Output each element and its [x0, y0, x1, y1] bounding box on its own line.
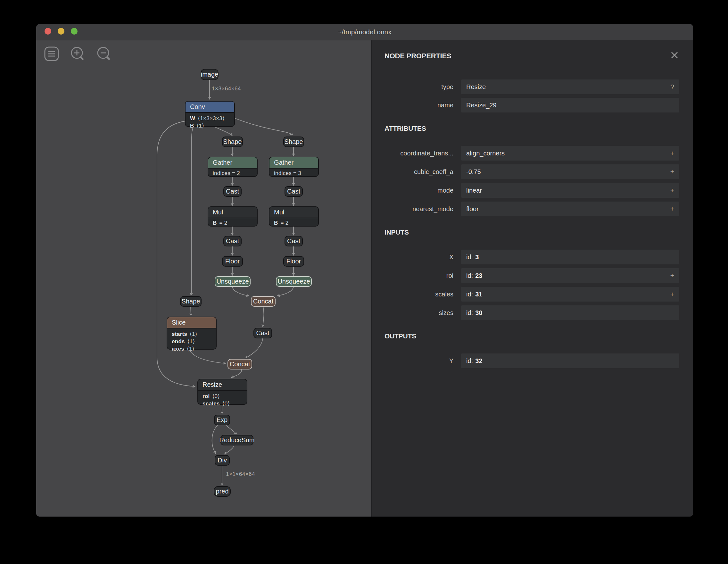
- expand-plus-icon[interactable]: +: [670, 149, 674, 157]
- attribute-row: mode linear +: [385, 183, 679, 198]
- zoom-in-icon[interactable]: [70, 46, 86, 62]
- zoom-out-icon[interactable]: [96, 46, 112, 62]
- titlebar[interactable]: ~/tmp/model.onnx: [36, 24, 693, 40]
- graph-canvas[interactable]: 1×3×64×64 1×1×64×64 image Conv W⟨1×3×3×3…: [36, 40, 372, 517]
- name-row: name Resize_29: [385, 98, 679, 112]
- expand-plus-icon[interactable]: +: [670, 187, 674, 194]
- input-row: roi id: 23 +: [385, 268, 679, 283]
- window-title: ~/tmp/model.onnx: [338, 28, 392, 36]
- graph-node-image[interactable]: image: [201, 69, 219, 80]
- outputs-section-header: OUTPUTS: [385, 332, 416, 341]
- edge-label-input-shape: 1×3×64×64: [212, 86, 241, 92]
- expand-plus-icon[interactable]: +: [670, 272, 674, 279]
- graph-node-gather-left[interactable]: Gather indices = 2: [208, 157, 258, 177]
- graph-node-shape-bottom[interactable]: Shape: [180, 296, 202, 307]
- graph-node-shape-right[interactable]: Shape: [283, 137, 304, 147]
- attributes-section-header: ATTRIBUTES: [385, 125, 426, 134]
- type-label: type: [385, 83, 453, 91]
- close-panel-icon[interactable]: [670, 51, 679, 60]
- mode-field[interactable]: linear +: [461, 183, 679, 198]
- graph-node-cast-left-1[interactable]: Cast: [223, 186, 242, 197]
- input-row: sizes id: 30: [385, 305, 679, 320]
- graph-node-unsqueeze-left[interactable]: Unsqueeze: [215, 276, 251, 287]
- input-row: X id: 3: [385, 250, 679, 264]
- node-properties-panel: NODE PROPERTIES type Resize ? name Resiz…: [372, 40, 693, 517]
- graph-node-concat-2[interactable]: Concat: [227, 359, 252, 369]
- graph-node-div[interactable]: Div: [215, 455, 230, 466]
- graph-node-floor-left[interactable]: Floor: [222, 256, 243, 267]
- graph-node-resize[interactable]: Resize roi⟨0⟩ scales⟨0⟩: [197, 379, 247, 405]
- menu-icon[interactable]: [44, 46, 59, 62]
- graph-toolbar: [44, 46, 112, 62]
- panel-title: NODE PROPERTIES: [385, 52, 451, 61]
- zoom-window-button[interactable]: [71, 28, 78, 35]
- graph-node-conv[interactable]: Conv W⟨1×3×3×3⟩ B⟨1⟩: [185, 101, 235, 127]
- input-row: scales id: 31 +: [385, 287, 679, 302]
- graph-node-floor-right[interactable]: Floor: [283, 256, 304, 267]
- graph-node-slice[interactable]: Slice starts⟨1⟩ ends⟨1⟩ axes⟨1⟩: [167, 317, 217, 350]
- type-row: type Resize ?: [385, 79, 679, 94]
- minimize-window-button[interactable]: [58, 28, 64, 35]
- graph-node-cast-left-2[interactable]: Cast: [223, 236, 242, 246]
- graph-node-reducesum[interactable]: ReduceSum: [220, 435, 253, 445]
- graph-node-unsqueeze-right[interactable]: Unsqueeze: [276, 276, 312, 287]
- app-window: ~/tmp/model.onnx: [36, 24, 693, 517]
- input-x-field[interactable]: id: 3: [461, 250, 679, 264]
- graph-node-shape-left[interactable]: Shape: [222, 137, 243, 147]
- type-help-icon[interactable]: ?: [670, 83, 674, 91]
- close-window-button[interactable]: [45, 28, 51, 35]
- attribute-row: nearest_mode floor +: [385, 202, 679, 216]
- name-field[interactable]: Resize_29: [461, 98, 679, 112]
- traffic-lights: [45, 28, 78, 35]
- expand-plus-icon[interactable]: +: [670, 168, 674, 176]
- graph-node-cast-right-2[interactable]: Cast: [285, 236, 303, 246]
- graph-node-mul-left[interactable]: Mul B= 2: [208, 206, 258, 227]
- graph-node-cast-mid[interactable]: Cast: [253, 328, 272, 338]
- input-scales-field[interactable]: id: 31 +: [461, 287, 679, 302]
- graph-node-gather-right[interactable]: Gather indices = 3: [269, 157, 319, 177]
- graph-node-pred[interactable]: pred: [214, 486, 231, 497]
- expand-plus-icon[interactable]: +: [670, 290, 674, 298]
- graph-node-exp[interactable]: Exp: [214, 415, 230, 425]
- name-label: name: [385, 102, 453, 109]
- nearest-mode-field[interactable]: floor +: [461, 202, 679, 216]
- input-sizes-field[interactable]: id: 30: [461, 305, 679, 320]
- input-roi-field[interactable]: id: 23 +: [461, 268, 679, 283]
- cubic-coeff-a-field[interactable]: -0.75 +: [461, 164, 679, 179]
- inputs-section-header: INPUTS: [385, 228, 409, 237]
- type-field[interactable]: Resize ?: [461, 79, 679, 94]
- coordinate-transformation-mode-field[interactable]: align_corners +: [461, 146, 679, 161]
- graph-node-mul-right[interactable]: Mul B= 2: [269, 206, 319, 227]
- expand-plus-icon[interactable]: +: [670, 205, 674, 213]
- edge-label-output-shape: 1×1×64×64: [226, 471, 255, 477]
- graph-node-cast-right-1[interactable]: Cast: [285, 186, 303, 197]
- attribute-row: coordinate_trans... align_corners +: [385, 146, 679, 161]
- graph-node-concat-1[interactable]: Concat: [251, 296, 276, 307]
- output-row: Y id: 32: [385, 353, 679, 368]
- attribute-row: cubic_coeff_a -0.75 +: [385, 164, 679, 179]
- output-y-field[interactable]: id: 32: [461, 353, 679, 368]
